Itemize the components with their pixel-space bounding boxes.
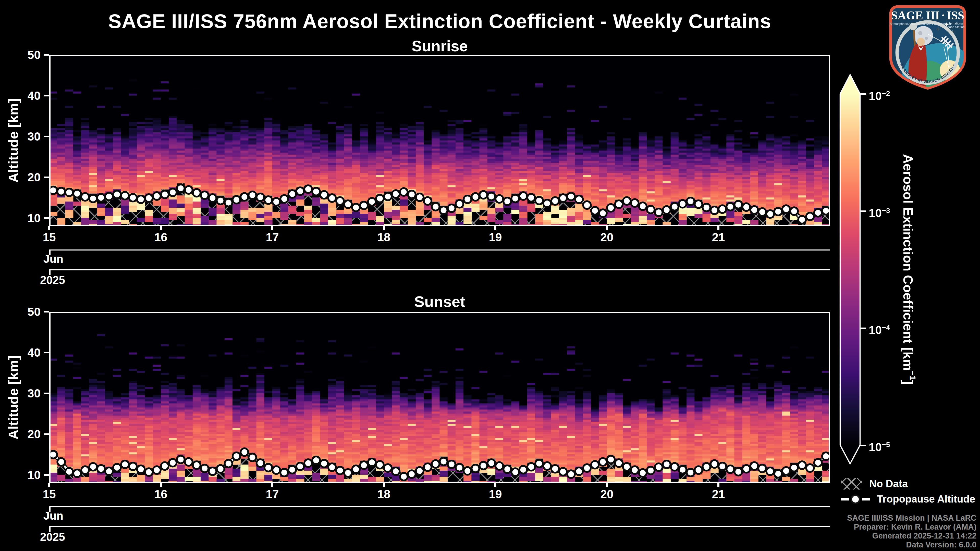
y-tick: [44, 95, 49, 97]
year-axis-line: [49, 269, 830, 270]
y-tick-label: 30: [10, 387, 41, 400]
attribution-line: SAGE III/ISS Mission | NASA LaRC: [847, 513, 977, 522]
x-tick: [494, 483, 496, 487]
no-data-hatch-icon: [841, 478, 862, 489]
x-tick-label: 15: [29, 230, 70, 244]
y-tick: [44, 54, 49, 56]
x-tick: [383, 226, 385, 230]
colorbar-tick: [860, 94, 866, 95]
legend-tropopause: Tropopause Altitude: [841, 493, 975, 505]
logo-title: SAGE III·ISS: [891, 9, 964, 22]
x-tick: [160, 483, 162, 487]
colorbar-tick: [860, 445, 866, 446]
logo-subtitle-right1: International: [947, 22, 963, 25]
y-tick-label: 30: [10, 130, 41, 143]
x-tick-label: 20: [587, 487, 627, 501]
colorbar-label-post: ]: [900, 380, 915, 384]
y-tick: [44, 392, 49, 394]
x-tick: [271, 226, 273, 230]
x-tick: [271, 483, 273, 487]
sunrise-heatmap-canvas: [49, 55, 830, 226]
page-title: SAGE III/ISS 756nm Aerosol Extinction Co…: [49, 10, 830, 33]
attribution: SAGE III/ISS Mission | NASA LaRC Prepare…: [847, 513, 977, 549]
y-tick: [44, 136, 49, 137]
y-tick-label: 50: [10, 305, 41, 318]
y-tick-label: 50: [10, 48, 41, 62]
x-tick-label: 19: [475, 487, 516, 501]
y-tick: [44, 218, 49, 219]
y-tick: [44, 352, 49, 353]
tropopause-line-icon: [841, 494, 870, 504]
legend-no-data-label: No Data: [869, 478, 908, 489]
x-tick-label: 16: [140, 487, 181, 501]
x-tick: [48, 483, 50, 487]
x-tick: [718, 226, 719, 230]
panel-title-sunset: Sunset: [49, 293, 830, 310]
colorbar-label-pre: Aerosol Extinction Coefficient [km: [900, 154, 915, 371]
colorbar-tick-label: 10−5: [869, 438, 890, 454]
x-tick-label: 20: [587, 230, 627, 244]
x-tick-label: 17: [252, 230, 293, 244]
x-tick: [606, 226, 608, 230]
figure-stage: SAGE III/ISS 756nm Aerosol Extinction Co…: [0, 0, 980, 551]
colorbar-tick: [860, 327, 866, 329]
x-tick: [494, 226, 496, 230]
svg-text:+: +: [936, 25, 940, 33]
year-axis-line: [49, 526, 830, 527]
attribution-line: Data Version: 6.0.0: [847, 540, 977, 549]
x-tick-label: 17: [252, 487, 293, 501]
month-axis-line: [49, 249, 830, 251]
colorbar-tick: [860, 210, 866, 212]
x-tick: [718, 483, 719, 487]
colorbar-tick-label: 10−4: [869, 321, 890, 337]
x-tick-label: 16: [140, 230, 181, 244]
x-tick: [48, 226, 50, 230]
legend-no-data: No Data: [841, 478, 908, 489]
month-label: Jun: [43, 510, 63, 522]
y-tick: [44, 433, 49, 435]
year-label: 2025: [40, 530, 65, 543]
y-tick-label: 20: [10, 171, 41, 184]
colorbar-tick-label: 10−3: [869, 204, 890, 220]
logo-subtitle-left: Stratospheric Aerosol and Gas Experiment…: [890, 22, 951, 26]
x-tick: [383, 483, 385, 487]
y-tick-label: 40: [10, 346, 41, 359]
attribution-line: Preparer: Kevin R. Leavor (AMA): [847, 522, 977, 531]
logo-subtitle-right2: Space Station: [945, 25, 965, 29]
x-tick-label: 18: [363, 487, 404, 501]
colorbar-label-sup: −1: [908, 371, 917, 380]
legend-tropopause-label: Tropopause Altitude: [877, 493, 975, 505]
sage-iss-mission-logo: +✦+ BALL • NASA LANGLEY RESEARCH CENTER …: [885, 3, 970, 90]
x-tick: [606, 483, 608, 487]
y-tick-label: 10: [10, 211, 41, 225]
panel-title-sunrise: Sunrise: [49, 37, 830, 55]
x-tick-label: 21: [698, 230, 739, 244]
y-tick-label: 20: [10, 427, 41, 441]
attribution-line: Generated 2025-12-31 14:22: [847, 531, 977, 540]
year-label: 2025: [40, 274, 65, 286]
sunset-heatmap-canvas: [49, 312, 830, 483]
y-tick: [44, 176, 49, 178]
x-tick-label: 21: [698, 487, 739, 501]
y-tick: [44, 311, 49, 313]
y-tick-label: 10: [10, 468, 41, 482]
x-tick-label: 19: [475, 230, 516, 244]
y-tick: [44, 474, 49, 476]
y-tick-label: 40: [10, 89, 41, 102]
x-tick-label: 15: [29, 487, 70, 501]
colorbar-label: Aerosol Extinction Coefficient [km−1]: [900, 91, 920, 448]
month-label: Jun: [43, 252, 63, 265]
colorbar: [832, 69, 878, 475]
month-axis-line: [49, 507, 830, 507]
x-tick-label: 18: [363, 230, 404, 244]
x-tick: [160, 226, 162, 230]
